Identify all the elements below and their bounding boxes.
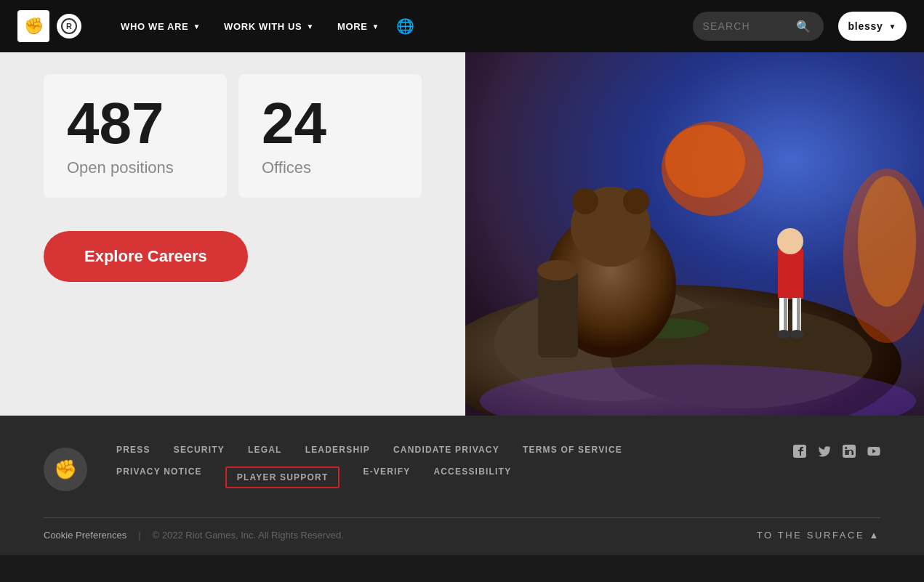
explore-careers-button[interactable]: Explore Careers xyxy=(44,231,248,282)
chevron-down-icon: ▼ xyxy=(193,23,201,31)
svg-point-10 xyxy=(572,188,598,214)
svg-point-11 xyxy=(623,188,649,214)
offices-label: Offices xyxy=(262,158,398,177)
twitter-icon[interactable] xyxy=(818,445,831,461)
footer-link-privacy-notice[interactable]: PRIVACY NOTICE xyxy=(116,466,202,488)
svg-point-20 xyxy=(776,330,791,339)
stats-section: 487 Open positions 24 Offices Explore Ca… xyxy=(0,52,465,416)
chevron-down-icon: ▼ xyxy=(888,23,896,31)
scene-overlay xyxy=(465,52,924,416)
footer-link-candidate-privacy[interactable]: CANDIDATE PRIVACY xyxy=(393,445,499,455)
hero-image xyxy=(465,52,924,416)
svg-point-25 xyxy=(665,125,745,198)
nav-more[interactable]: MORE ▼ xyxy=(327,15,390,38)
footer-link-leadership[interactable]: LEADERSHIP xyxy=(305,445,370,455)
svg-text:R: R xyxy=(66,22,72,31)
facebook-icon[interactable] xyxy=(793,445,806,461)
footer: ✊ PRESS SECURITY LEGAL LEADERSHIP CANDID… xyxy=(0,416,924,555)
nav-work-with-us[interactable]: WORK WITH US ▼ xyxy=(214,15,324,38)
youtube-icon[interactable] xyxy=(867,445,880,461)
footer-link-security[interactable]: SECURITY xyxy=(174,445,225,455)
footer-link-accessibility[interactable]: ACCESSIBILITY xyxy=(433,466,511,488)
offices-number: 24 xyxy=(262,94,398,153)
stats-row: 487 Open positions 24 Offices xyxy=(44,74,422,198)
cookie-preferences-link[interactable]: Cookie Preferences xyxy=(44,530,126,541)
svg-point-13 xyxy=(537,260,578,280)
svg-point-23 xyxy=(858,176,916,307)
footer-links-row-2: PRIVACY NOTICE PLAYER SUPPORT E-VERIFY A… xyxy=(116,466,764,488)
footer-bottom: Cookie Preferences | © 2022 Riot Games, … xyxy=(44,530,880,555)
footer-links-row-1: PRESS SECURITY LEGAL LEADERSHIP CANDIDAT… xyxy=(116,445,764,455)
svg-point-15 xyxy=(777,228,803,254)
open-positions-card: 487 Open positions xyxy=(44,74,227,198)
copyright-text: © 2022 Riot Games, Inc. All Rights Reser… xyxy=(153,530,344,541)
svg-point-21 xyxy=(790,330,804,339)
chevron-down-icon: ▼ xyxy=(372,23,380,31)
footer-link-everify[interactable]: E-VERIFY xyxy=(363,466,410,488)
offices-card: 24 Offices xyxy=(238,74,422,198)
footer-separator: | xyxy=(138,530,140,541)
svg-rect-12 xyxy=(538,270,578,357)
language-selector[interactable]: 🌐 xyxy=(393,14,417,39)
main-content: 487 Open positions 24 Offices Explore Ca… xyxy=(0,52,924,416)
back-to-top-button[interactable]: TO THE SURFACE ▲ xyxy=(757,530,880,541)
navbar: ✊ R WHO WE ARE ▼ WORK WITH US ▼ MORE ▼ 🌐… xyxy=(0,0,924,52)
footer-social xyxy=(793,445,880,461)
user-menu[interactable]: blessy ▼ xyxy=(838,12,907,41)
svg-rect-17 xyxy=(784,298,787,334)
footer-top: ✊ PRESS SECURITY LEGAL LEADERSHIP CANDID… xyxy=(44,445,880,500)
search-icon: 🔍 xyxy=(796,20,811,33)
search-input[interactable] xyxy=(703,20,790,32)
nav-who-we-are[interactable]: WHO WE ARE ▼ xyxy=(111,15,211,38)
search-bar: 🔍 xyxy=(693,12,824,41)
riot-circle-logo: R xyxy=(57,14,81,39)
footer-links-area: PRESS SECURITY LEGAL LEADERSHIP CANDIDAT… xyxy=(116,445,764,500)
footer-link-terms[interactable]: TERMS OF SERVICE xyxy=(523,445,622,455)
riot-fist-logo: ✊ xyxy=(17,10,49,42)
footer-logo: ✊ xyxy=(44,448,87,491)
svg-rect-19 xyxy=(797,298,800,334)
footer-link-player-support[interactable]: PLAYER SUPPORT xyxy=(225,466,340,488)
chevron-down-icon: ▼ xyxy=(306,23,314,31)
linkedin-icon[interactable] xyxy=(843,445,856,461)
footer-bottom-left: Cookie Preferences | © 2022 Riot Games, … xyxy=(44,530,344,541)
footer-divider xyxy=(44,517,880,518)
logo-area[interactable]: ✊ R xyxy=(17,10,81,42)
svg-rect-14 xyxy=(778,248,803,299)
hero-background xyxy=(465,52,924,416)
footer-link-legal[interactable]: LEGAL xyxy=(248,445,282,455)
open-positions-label: Open positions xyxy=(67,158,204,177)
footer-link-press[interactable]: PRESS xyxy=(116,445,150,455)
nav-menu: WHO WE ARE ▼ WORK WITH US ▼ MORE ▼ 🌐 xyxy=(111,14,678,39)
open-positions-number: 487 xyxy=(67,94,204,153)
